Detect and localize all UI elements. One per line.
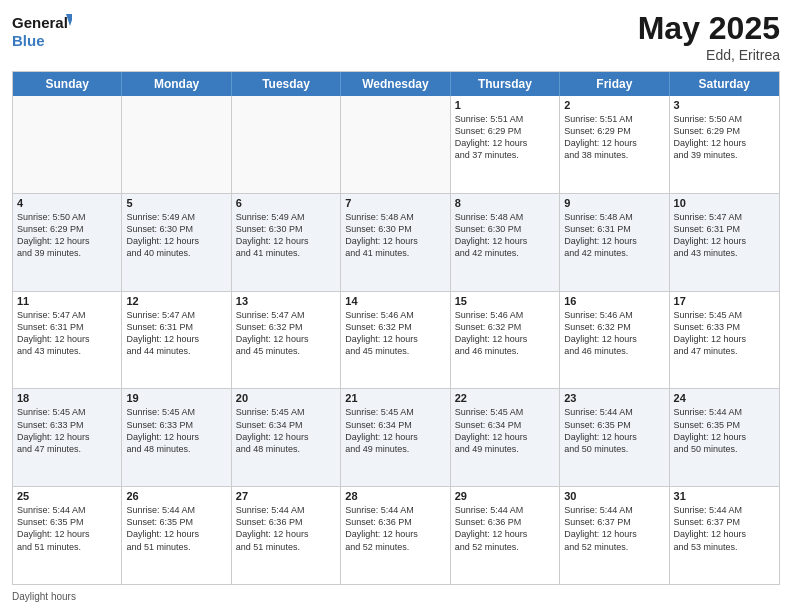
day-number: 19: [126, 392, 226, 404]
cell-info: Sunrise: 5:48 AM Sunset: 6:31 PM Dayligh…: [564, 211, 664, 260]
cell-info: Sunrise: 5:45 AM Sunset: 6:34 PM Dayligh…: [236, 406, 336, 455]
calendar-row-1: 4Sunrise: 5:50 AM Sunset: 6:29 PM Daylig…: [13, 194, 779, 292]
svg-text:General: General: [12, 14, 68, 31]
calendar-cell: 15Sunrise: 5:46 AM Sunset: 6:32 PM Dayli…: [451, 292, 560, 389]
cell-info: Sunrise: 5:44 AM Sunset: 6:35 PM Dayligh…: [126, 504, 226, 553]
day-number: 10: [674, 197, 775, 209]
header: General Blue May 2025 Edd, Eritrea: [12, 10, 780, 63]
page: General Blue May 2025 Edd, Eritrea Sunda…: [0, 0, 792, 612]
calendar-cell: 21Sunrise: 5:45 AM Sunset: 6:34 PM Dayli…: [341, 389, 450, 486]
location-subtitle: Edd, Eritrea: [638, 47, 780, 63]
day-number: 16: [564, 295, 664, 307]
logo: General Blue: [12, 10, 72, 52]
calendar-header-row: SundayMondayTuesdayWednesdayThursdayFrid…: [13, 72, 779, 96]
cell-info: Sunrise: 5:48 AM Sunset: 6:30 PM Dayligh…: [455, 211, 555, 260]
cell-info: Sunrise: 5:51 AM Sunset: 6:29 PM Dayligh…: [455, 113, 555, 162]
svg-text:Blue: Blue: [12, 32, 45, 49]
day-number: 14: [345, 295, 445, 307]
day-number: 24: [674, 392, 775, 404]
day-number: 27: [236, 490, 336, 502]
calendar-cell: 6Sunrise: 5:49 AM Sunset: 6:30 PM Daylig…: [232, 194, 341, 291]
header-cell-thursday: Thursday: [451, 72, 560, 96]
day-number: 28: [345, 490, 445, 502]
calendar-cell: 8Sunrise: 5:48 AM Sunset: 6:30 PM Daylig…: [451, 194, 560, 291]
calendar-cell: 18Sunrise: 5:45 AM Sunset: 6:33 PM Dayli…: [13, 389, 122, 486]
calendar-cell: 20Sunrise: 5:45 AM Sunset: 6:34 PM Dayli…: [232, 389, 341, 486]
calendar-cell: 16Sunrise: 5:46 AM Sunset: 6:32 PM Dayli…: [560, 292, 669, 389]
cell-info: Sunrise: 5:45 AM Sunset: 6:33 PM Dayligh…: [674, 309, 775, 358]
day-number: 11: [17, 295, 117, 307]
header-cell-friday: Friday: [560, 72, 669, 96]
calendar-cell: 29Sunrise: 5:44 AM Sunset: 6:36 PM Dayli…: [451, 487, 560, 584]
calendar-cell: [122, 96, 231, 193]
cell-info: Sunrise: 5:45 AM Sunset: 6:33 PM Dayligh…: [126, 406, 226, 455]
cell-info: Sunrise: 5:47 AM Sunset: 6:31 PM Dayligh…: [17, 309, 117, 358]
day-number: 15: [455, 295, 555, 307]
cell-info: Sunrise: 5:44 AM Sunset: 6:35 PM Dayligh…: [564, 406, 664, 455]
cell-info: Sunrise: 5:46 AM Sunset: 6:32 PM Dayligh…: [345, 309, 445, 358]
day-number: 6: [236, 197, 336, 209]
cell-info: Sunrise: 5:44 AM Sunset: 6:36 PM Dayligh…: [345, 504, 445, 553]
day-number: 22: [455, 392, 555, 404]
calendar-body: 1Sunrise: 5:51 AM Sunset: 6:29 PM Daylig…: [13, 96, 779, 584]
calendar-cell: 9Sunrise: 5:48 AM Sunset: 6:31 PM Daylig…: [560, 194, 669, 291]
calendar-row-2: 11Sunrise: 5:47 AM Sunset: 6:31 PM Dayli…: [13, 292, 779, 390]
day-number: 29: [455, 490, 555, 502]
calendar-cell: 4Sunrise: 5:50 AM Sunset: 6:29 PM Daylig…: [13, 194, 122, 291]
cell-info: Sunrise: 5:49 AM Sunset: 6:30 PM Dayligh…: [126, 211, 226, 260]
calendar-cell: 13Sunrise: 5:47 AM Sunset: 6:32 PM Dayli…: [232, 292, 341, 389]
day-number: 18: [17, 392, 117, 404]
day-number: 25: [17, 490, 117, 502]
calendar-cell: 19Sunrise: 5:45 AM Sunset: 6:33 PM Dayli…: [122, 389, 231, 486]
month-title: May 2025: [638, 10, 780, 47]
calendar-cell: [341, 96, 450, 193]
calendar-row-4: 25Sunrise: 5:44 AM Sunset: 6:35 PM Dayli…: [13, 487, 779, 584]
calendar-cell: [13, 96, 122, 193]
calendar-cell: 11Sunrise: 5:47 AM Sunset: 6:31 PM Dayli…: [13, 292, 122, 389]
day-number: 23: [564, 392, 664, 404]
calendar-cell: 26Sunrise: 5:44 AM Sunset: 6:35 PM Dayli…: [122, 487, 231, 584]
cell-info: Sunrise: 5:50 AM Sunset: 6:29 PM Dayligh…: [674, 113, 775, 162]
cell-info: Sunrise: 5:47 AM Sunset: 6:31 PM Dayligh…: [674, 211, 775, 260]
cell-info: Sunrise: 5:46 AM Sunset: 6:32 PM Dayligh…: [564, 309, 664, 358]
header-cell-wednesday: Wednesday: [341, 72, 450, 96]
calendar-cell: 23Sunrise: 5:44 AM Sunset: 6:35 PM Dayli…: [560, 389, 669, 486]
day-number: 26: [126, 490, 226, 502]
cell-info: Sunrise: 5:49 AM Sunset: 6:30 PM Dayligh…: [236, 211, 336, 260]
cell-info: Sunrise: 5:48 AM Sunset: 6:30 PM Dayligh…: [345, 211, 445, 260]
cell-info: Sunrise: 5:47 AM Sunset: 6:32 PM Dayligh…: [236, 309, 336, 358]
calendar-cell: 25Sunrise: 5:44 AM Sunset: 6:35 PM Dayli…: [13, 487, 122, 584]
calendar-cell: 22Sunrise: 5:45 AM Sunset: 6:34 PM Dayli…: [451, 389, 560, 486]
calendar-cell: 31Sunrise: 5:44 AM Sunset: 6:37 PM Dayli…: [670, 487, 779, 584]
day-number: 31: [674, 490, 775, 502]
cell-info: Sunrise: 5:47 AM Sunset: 6:31 PM Dayligh…: [126, 309, 226, 358]
calendar-cell: 3Sunrise: 5:50 AM Sunset: 6:29 PM Daylig…: [670, 96, 779, 193]
calendar-cell: [232, 96, 341, 193]
calendar-cell: 10Sunrise: 5:47 AM Sunset: 6:31 PM Dayli…: [670, 194, 779, 291]
cell-info: Sunrise: 5:46 AM Sunset: 6:32 PM Dayligh…: [455, 309, 555, 358]
calendar-cell: 27Sunrise: 5:44 AM Sunset: 6:36 PM Dayli…: [232, 487, 341, 584]
cell-info: Sunrise: 5:45 AM Sunset: 6:33 PM Dayligh…: [17, 406, 117, 455]
calendar-cell: 1Sunrise: 5:51 AM Sunset: 6:29 PM Daylig…: [451, 96, 560, 193]
day-number: 3: [674, 99, 775, 111]
cell-info: Sunrise: 5:44 AM Sunset: 6:35 PM Dayligh…: [674, 406, 775, 455]
logo-svg: General Blue: [12, 10, 72, 52]
day-number: 7: [345, 197, 445, 209]
calendar-cell: 14Sunrise: 5:46 AM Sunset: 6:32 PM Dayli…: [341, 292, 450, 389]
day-number: 21: [345, 392, 445, 404]
cell-info: Sunrise: 5:50 AM Sunset: 6:29 PM Dayligh…: [17, 211, 117, 260]
cell-info: Sunrise: 5:44 AM Sunset: 6:37 PM Dayligh…: [674, 504, 775, 553]
cell-info: Sunrise: 5:51 AM Sunset: 6:29 PM Dayligh…: [564, 113, 664, 162]
cell-info: Sunrise: 5:45 AM Sunset: 6:34 PM Dayligh…: [455, 406, 555, 455]
header-cell-tuesday: Tuesday: [232, 72, 341, 96]
calendar: SundayMondayTuesdayWednesdayThursdayFrid…: [12, 71, 780, 585]
calendar-cell: 30Sunrise: 5:44 AM Sunset: 6:37 PM Dayli…: [560, 487, 669, 584]
day-number: 4: [17, 197, 117, 209]
calendar-row-3: 18Sunrise: 5:45 AM Sunset: 6:33 PM Dayli…: [13, 389, 779, 487]
day-number: 9: [564, 197, 664, 209]
header-cell-monday: Monday: [122, 72, 231, 96]
header-cell-saturday: Saturday: [670, 72, 779, 96]
calendar-cell: 7Sunrise: 5:48 AM Sunset: 6:30 PM Daylig…: [341, 194, 450, 291]
calendar-cell: 5Sunrise: 5:49 AM Sunset: 6:30 PM Daylig…: [122, 194, 231, 291]
day-number: 17: [674, 295, 775, 307]
